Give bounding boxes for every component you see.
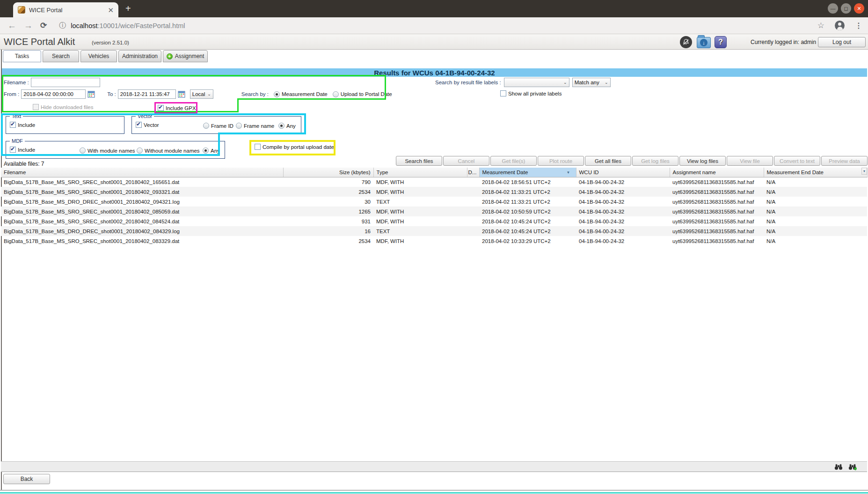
calendar-icon[interactable] [88,90,95,98]
col-size[interactable]: Size (kbytes) [283,168,373,177]
browser-menu-icon[interactable]: ⋮ [855,21,862,30]
table-row[interactable]: BigData_517B_Base_MS_DRO_DREC_shot0001_2… [1,226,867,236]
cell-size: 2534 [283,236,373,246]
col-assignment-name[interactable]: Assignment name [670,168,764,177]
mdf-include-checkbox[interactable] [10,147,16,153]
browser-toolbar: ← → ⟳ ⓘ localhost:10001/wice/FastePortal… [0,17,868,34]
url-path: :10001/wice/FastePortal.html [97,22,185,29]
column-chooser-icon[interactable]: ▼ [861,168,867,175]
from-date-input[interactable] [21,89,86,99]
compile-by-upload-checkbox[interactable] [255,144,261,150]
minimize-icon[interactable]: — [828,3,838,14]
close-window-icon[interactable]: ✕ [854,3,864,14]
get-log-files-button[interactable]: Get log files [632,156,678,166]
get-all-files-button[interactable]: Get all files [585,156,631,166]
table-row[interactable]: BigData_517B_Base_MS_SRO_SREC_shot0001_2… [1,206,867,216]
binoculars-icon[interactable] [834,463,843,471]
show-private-checkbox[interactable] [500,90,506,96]
result-labels-row: Search by result file labels : ⌄ Match a… [435,78,611,87]
preview-data-button[interactable]: Preview data [821,156,868,166]
tab-administration[interactable]: Administration [118,50,161,62]
url-bar[interactable]: localhost:10001/wice/FastePortal.html [71,22,185,29]
col-measurement-date[interactable]: Measurement Date▼ [479,168,576,177]
radio-label: With module names [88,148,135,154]
cell-end-date: N/A [764,226,867,236]
cell-wcu-id: 04-1B-94-00-24-32 [576,216,670,226]
text-include-checkbox[interactable] [10,122,16,128]
without-module-names-radio[interactable] [137,147,143,154]
forward-icon[interactable]: → [24,21,33,31]
text-group-legend: Text [10,113,23,119]
profile-avatar-icon[interactable] [835,21,845,30]
search-by-measurement-date-radio[interactable] [274,91,280,97]
download-folder-icon[interactable]: ↓ [697,37,711,48]
table-row[interactable]: BigData_517B_Base_MS_SRO_SREC_shot0001_2… [1,236,867,246]
close-tab-icon[interactable]: ✕ [108,7,114,14]
frame-id-radio[interactable] [203,123,209,129]
cell-d [467,187,479,197]
col-wcu-id[interactable]: WCU ID [576,168,670,177]
hide-downloaded-checkbox[interactable] [33,104,39,110]
new-tab-button[interactable]: + [125,4,131,13]
tab-search[interactable]: Search [43,50,79,62]
cell-measurement-date: 2018-04-02 18:56:51 UTC+2 [479,177,576,187]
page-left-border [1,50,2,490]
tab-tasks[interactable]: Tasks [3,50,41,62]
view-log-files-button[interactable]: View log files [679,156,726,166]
browser-tab[interactable]: WICE Portal ✕ [13,2,118,17]
maximize-icon[interactable]: ◻ [841,3,851,14]
filename-label: Filename : [4,80,29,85]
col-measurement-end-date[interactable]: Measurement End Date [764,168,867,177]
page-info-icon[interactable]: ⓘ [59,21,66,30]
tab-assignment[interactable]: +Assignment [163,50,208,62]
get-files-button[interactable]: Get file(s) [490,156,537,166]
mdf-any-radio[interactable] [203,147,209,154]
help-icon[interactable]: ? [715,36,727,48]
timezone-select[interactable]: Local⌄ [190,89,213,99]
result-labels-select[interactable]: ⌄ [504,78,569,87]
cell-d [467,236,479,246]
col-label: Measurement Date [482,170,528,175]
table-row[interactable]: BigData_517B_Base_MS_DRO_DREC_shot0001_2… [1,197,867,206]
match-mode-select[interactable]: Match any⌄ [572,78,611,87]
reload-icon[interactable]: ⟳ [40,21,47,30]
view-file-button[interactable]: View file [727,156,773,166]
plot-route-button[interactable]: Plot route [538,156,584,166]
table-row[interactable]: BigData_517B_Base_MS_SRO_SREC_shot0001_2… [1,187,867,197]
bell-muted-icon[interactable] [680,36,692,48]
to-date-input[interactable] [118,89,176,99]
vector-any-radio[interactable] [278,123,284,129]
search-by-label: Search by : [241,91,269,97]
frame-name-radio[interactable] [236,123,242,129]
radio-label: Without module names [145,148,200,154]
cell-filename: BigData_517B_Base_MS_SRO_SREC_shot0001_2… [1,177,283,187]
convert-to-text-button[interactable]: Convert to text [774,156,820,166]
include-gpx-checkbox[interactable] [158,105,164,111]
search-by-upload-date-radio[interactable] [333,91,339,97]
cancel-button[interactable]: Cancel [443,156,489,166]
window-controls: — ◻ ✕ [828,3,864,14]
back-icon[interactable]: ← [7,21,16,31]
filename-input[interactable] [31,78,100,87]
dropdown-arrow-icon: ⌄ [605,80,608,85]
binoculars-add-icon[interactable] [848,463,857,471]
col-d[interactable]: D... [467,168,479,177]
back-button[interactable]: Back [3,474,50,484]
cell-end-date: N/A [764,216,867,226]
col-filename[interactable]: Filename [1,168,283,177]
with-module-names-radio[interactable] [80,147,86,154]
logout-button[interactable]: Log out [818,37,866,47]
tab-vehicles[interactable]: Vehicles [80,50,117,62]
vector-checkbox[interactable] [136,122,142,128]
dropdown-arrow-icon: ⌄ [563,80,567,85]
search-files-button[interactable]: Search files [396,156,442,166]
calendar-icon[interactable] [178,90,185,98]
cell-end-date: N/A [764,177,867,187]
table-row[interactable]: BigData_517B_Base_MS_SRO_SREC_shot0001_2… [1,177,867,187]
col-type[interactable]: Type [373,168,467,177]
cell-end-date: N/A [764,206,867,216]
table-row[interactable]: BigData_517B_Base_MS_SRO_SREC_shot0002_2… [1,216,867,226]
cell-assignment: uyt6399526811368315585.haf.haf [670,197,764,206]
bookmark-star-icon[interactable]: ☆ [817,21,824,30]
cell-measurement-date: 2018-04-02 10:50:59 UTC+2 [479,206,576,216]
